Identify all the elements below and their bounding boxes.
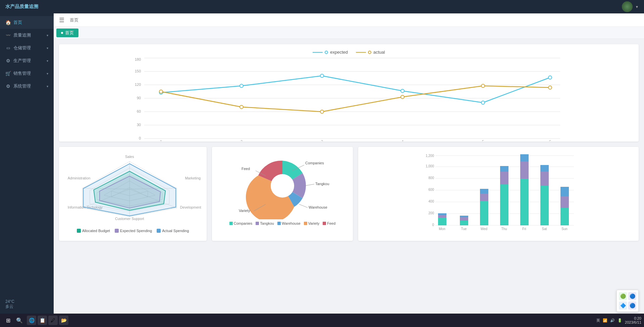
system-icon: ⚙: [5, 84, 11, 89]
tab-bar: 首页: [54, 27, 644, 39]
taskbar-clock: 0:20 2023/6/11: [625, 316, 641, 324]
svg-rect-86: [480, 194, 488, 201]
sidebar-item-production[interactable]: ⚙ 生产管理 ▾: [0, 54, 54, 67]
chevron-down-icon-4: ▾: [47, 72, 48, 75]
home-icon: 🏠: [5, 20, 11, 25]
svg-text:1: 1: [160, 140, 162, 141]
sidebar-item-warehouse[interactable]: ▭ 仓储管理 ▾: [0, 42, 54, 54]
svg-text:Marketing: Marketing: [185, 176, 201, 180]
content-area: ☰ 首页 首页 expected: [54, 13, 644, 314]
svg-text:Fri: Fri: [522, 227, 526, 231]
svg-text:5: 5: [482, 140, 484, 141]
popup-icon-2[interactable]: 🔵: [628, 292, 636, 300]
breadcrumb: 首页: [70, 17, 78, 23]
donut-legend-feed: Feed: [323, 221, 335, 225]
taskbar-volume-icon: 🔊: [610, 318, 615, 323]
svg-text:4: 4: [401, 140, 404, 141]
svg-rect-99: [540, 165, 549, 171]
svg-text:1,200: 1,200: [426, 154, 434, 158]
taskbar-app-edge[interactable]: 🌐: [27, 316, 36, 325]
avatar[interactable]: [622, 1, 633, 12]
sidebar-label-system: 系统管理: [13, 83, 44, 89]
taskbar-wifi-icon: 📶: [603, 318, 607, 323]
donut-legend-companies: Companies: [229, 221, 253, 225]
bottom-charts-row: Sales Marketing Development Customer Sup…: [59, 147, 639, 241]
taskbar-apps: 🌐 📋 🖊 📂: [27, 316, 68, 325]
svg-text:180: 180: [135, 57, 141, 61]
search-button[interactable]: 🔍: [15, 316, 24, 325]
donut-legend-tangkou: Tangkou: [256, 221, 274, 225]
svg-rect-89: [500, 184, 508, 225]
donut-legend-warehouse-label: Warehouse: [282, 221, 301, 225]
svg-point-29: [401, 95, 404, 99]
svg-point-28: [320, 110, 324, 113]
taskbar-app-app3[interactable]: 🖊: [48, 316, 58, 325]
donut-legend-variety-label: Variety: [308, 221, 319, 225]
bar-chart-card: 0 200 400 600 800 1,000 1,200: [358, 147, 639, 241]
radar-legend-actual: Actual Spending: [157, 229, 189, 233]
legend-expected: expected: [313, 50, 348, 55]
chevron-down-icon-3: ▾: [47, 59, 48, 63]
taskbar-app-app4[interactable]: 📂: [59, 316, 68, 325]
avatar-arrow: ▼: [635, 5, 639, 9]
svg-text:6: 6: [549, 140, 551, 141]
radar-legend-actual-label: Actual Spending: [162, 229, 189, 233]
legend-actual: actual: [356, 50, 385, 55]
svg-text:Companies: Companies: [305, 161, 324, 165]
svg-text:60: 60: [137, 109, 141, 113]
svg-point-26: [159, 90, 163, 93]
svg-text:Sat: Sat: [542, 227, 547, 231]
donut-legend-warehouse: Warehouse: [277, 221, 301, 225]
sidebar-item-system[interactable]: ⚙ 系统管理 ▾: [0, 80, 54, 93]
chevron-down-icon: ▾: [47, 34, 48, 37]
taskbar-app-app2[interactable]: 📋: [38, 316, 47, 325]
legend-label-expected: expected: [330, 50, 348, 55]
svg-rect-87: [480, 189, 488, 194]
svg-text:800: 800: [428, 176, 434, 180]
svg-rect-77: [438, 218, 446, 225]
svg-text:150: 150: [135, 69, 141, 73]
svg-rect-93: [520, 179, 529, 225]
svg-text:Development: Development: [180, 205, 201, 209]
tab-home[interactable]: 首页: [56, 29, 78, 37]
quality-icon: 〰️: [5, 33, 11, 38]
taskbar-lang: 英: [596, 318, 600, 323]
sidebar-item-sales[interactable]: 🛒 销售管理 ▾: [0, 67, 54, 80]
start-button[interactable]: ⊞: [3, 316, 13, 325]
svg-text:Variety: Variety: [239, 209, 250, 213]
sidebar-label-home: 首页: [13, 19, 48, 25]
svg-text:90: 90: [137, 96, 141, 100]
svg-point-27: [240, 105, 243, 109]
popup-icon-1[interactable]: 🟢: [619, 292, 627, 300]
sidebar-item-home[interactable]: 🏠 首页: [0, 16, 54, 29]
radar-chart-svg: Sales Marketing Development Customer Sup…: [64, 152, 201, 226]
taskbar-date: 2023/6/11: [625, 320, 641, 324]
svg-text:3: 3: [321, 140, 323, 141]
popup-icon-3[interactable]: 🔷: [619, 302, 627, 310]
svg-rect-82: [460, 217, 468, 221]
bar-chart-svg: 0 200 400 600 800 1,000 1,200: [364, 152, 633, 233]
legend-dot-actual: [368, 51, 371, 54]
nav-bar: ☰ 首页: [54, 13, 644, 27]
svg-text:30: 30: [137, 123, 141, 127]
radar-legend-allocated: Allocated Budget: [77, 229, 110, 233]
svg-line-57: [299, 204, 308, 208]
svg-text:200: 200: [428, 211, 434, 215]
hamburger-icon[interactable]: ☰: [59, 16, 64, 24]
svg-text:Wed: Wed: [481, 227, 487, 231]
donut-legend-variety: Variety: [304, 221, 319, 225]
svg-rect-91: [500, 166, 508, 172]
svg-text:Feed: Feed: [241, 167, 250, 171]
svg-rect-102: [560, 196, 569, 208]
popup-icon-4[interactable]: 🔵: [628, 302, 636, 310]
weather-temp: 24°C: [5, 299, 48, 304]
line-chart-card: expected actual 0 30 60 90 120 150: [59, 44, 639, 142]
radar-legend-expected-label: Expected Spending: [120, 229, 152, 233]
chevron-down-icon-2: ▾: [47, 46, 48, 50]
radar-chart-card: Sales Marketing Development Customer Sup…: [59, 147, 207, 241]
svg-text:Mon: Mon: [439, 227, 445, 231]
sidebar-weather: 24°C 多云: [0, 295, 54, 314]
chevron-down-icon-5: ▾: [47, 85, 48, 88]
sidebar-item-quality[interactable]: 〰️ 质量追溯 ▾: [0, 29, 54, 42]
taskbar-right: 英 📶 🔊 🔋 0:20 2023/6/11: [596, 316, 641, 324]
